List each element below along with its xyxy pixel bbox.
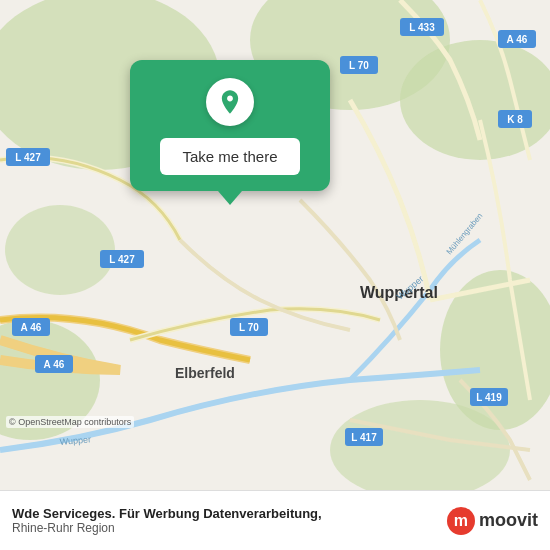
place-name: Wde Serviceges. Für Werbung Datenverarbe…	[12, 506, 437, 521]
svg-text:K 8: K 8	[507, 114, 523, 125]
moovit-m-icon: m	[447, 507, 475, 535]
pin-icon	[206, 78, 254, 126]
svg-text:L 427: L 427	[15, 152, 41, 163]
bottom-bar: Wde Serviceges. Für Werbung Datenverarbe…	[0, 490, 550, 550]
svg-text:A 46: A 46	[44, 359, 65, 370]
svg-text:L 419: L 419	[476, 392, 502, 403]
svg-text:Elberfeld: Elberfeld	[175, 365, 235, 381]
svg-text:L 427: L 427	[109, 254, 135, 265]
moovit-logo: m moovit	[447, 507, 538, 535]
map-container: L 433 A 46 A 46 L 427 L 427 L 70 L 70 K …	[0, 0, 550, 490]
popup-card: Take me there	[130, 60, 330, 191]
location-pin-svg	[216, 88, 244, 116]
moovit-wordmark: moovit	[479, 510, 538, 531]
osm-credit: © OpenStreetMap contributors	[6, 416, 134, 428]
svg-text:A 46: A 46	[21, 322, 42, 333]
svg-text:A 46: A 46	[507, 34, 528, 45]
svg-point-7	[5, 205, 115, 295]
place-info: Wde Serviceges. Für Werbung Datenverarbe…	[12, 506, 437, 535]
svg-text:L 433: L 433	[409, 22, 435, 33]
place-region: Rhine-Ruhr Region	[12, 521, 437, 535]
svg-text:L 70: L 70	[349, 60, 369, 71]
take-me-there-button[interactable]: Take me there	[160, 138, 299, 175]
svg-text:L 417: L 417	[351, 432, 377, 443]
svg-text:L 70: L 70	[239, 322, 259, 333]
